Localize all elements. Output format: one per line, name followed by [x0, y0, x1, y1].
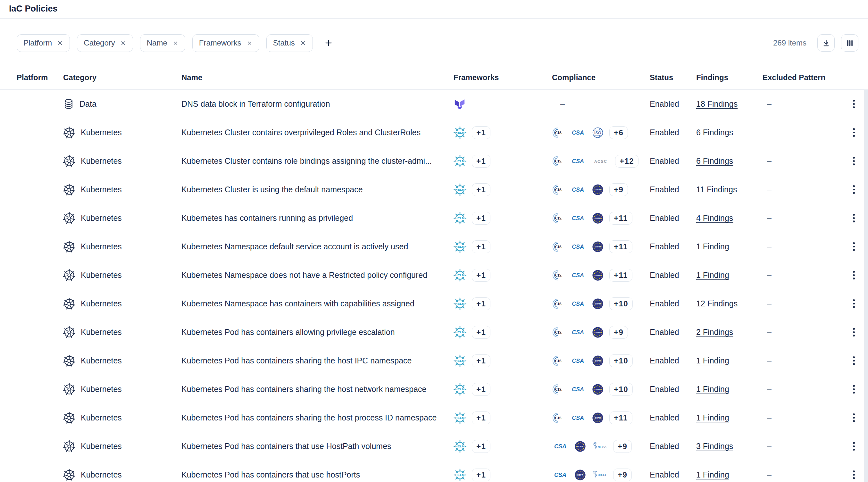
findings-link[interactable]: 6 Findings [696, 156, 733, 165]
add-filter-button[interactable] [322, 36, 335, 50]
columns-button[interactable] [841, 34, 858, 52]
compliance-cell: CIS.CSA★★★★★★★★★★★★GDPR+10 [552, 383, 650, 396]
table-row[interactable]: KubernetesKubernetes Pod has containers … [17, 432, 868, 460]
category-label: Kubernetes [81, 356, 122, 365]
svg-text:★: ★ [600, 361, 602, 363]
findings-link[interactable]: 1 Finding [696, 242, 729, 251]
csa-icon: CSA [569, 127, 586, 139]
svg-text:HELM: HELM [455, 188, 464, 191]
findings-link[interactable]: 1 Finding [696, 413, 729, 422]
kubernetes-icon [63, 241, 75, 253]
row-menu-button[interactable] [850, 126, 858, 139]
policy-name: Kubernetes Pod has containers sharing th… [181, 413, 454, 422]
row-menu-button[interactable] [850, 97, 858, 111]
table-row[interactable]: KubernetesKubernetes Pod has containers … [17, 347, 868, 375]
row-menu-button[interactable] [850, 211, 858, 225]
findings-link[interactable]: 2 Findings [696, 327, 733, 336]
findings-link[interactable]: 6 Findings [696, 128, 733, 137]
table-row[interactable]: KubernetesKubernetes Pod has containers … [17, 460, 868, 482]
findings-link[interactable]: 3 Findings [696, 442, 733, 451]
table-row[interactable]: DataDNS data block in Terraform configur… [17, 90, 868, 118]
category-label: Kubernetes [81, 270, 122, 280]
table-row[interactable]: KubernetesKubernetes Namespace default s… [17, 232, 868, 261]
row-menu-button[interactable] [850, 268, 858, 282]
remove-filter-icon[interactable] [120, 40, 126, 46]
svg-text:★: ★ [582, 449, 583, 451]
svg-text:★: ★ [595, 420, 597, 422]
findings-link[interactable]: 18 Findings [696, 99, 738, 108]
frameworks-cell: HELM+1 [454, 412, 552, 424]
row-menu-button[interactable] [850, 240, 858, 254]
compliance-more-badge: +6 [609, 126, 628, 139]
remove-filter-icon[interactable] [300, 40, 306, 46]
filter-chip-category[interactable]: Category [77, 34, 133, 52]
svg-text:★: ★ [580, 442, 581, 444]
iso-icon: ISO [592, 127, 604, 139]
table-row[interactable]: KubernetesKubernetes Pod has containers … [17, 375, 868, 404]
table-row[interactable]: KubernetesKubernetes Pod has containers … [17, 404, 868, 432]
row-menu-button[interactable] [850, 325, 858, 339]
svg-text:GDPR: GDPR [595, 188, 601, 191]
category-cell: Kubernetes [63, 155, 181, 167]
row-menu-button[interactable] [850, 411, 858, 425]
gdpr-icon: ★★★★★★★★★★★★GDPR [592, 383, 604, 395]
row-menu-button[interactable] [850, 154, 858, 168]
status-value: Enabled [650, 214, 696, 223]
svg-text:★: ★ [597, 185, 599, 187]
findings-link[interactable]: 11 Findings [696, 185, 737, 194]
kubernetes-icon [63, 326, 75, 339]
remove-filter-icon[interactable] [247, 40, 253, 46]
row-menu-button[interactable] [850, 183, 858, 196]
compliance-more-badge: +9 [613, 440, 632, 453]
filter-chip-name[interactable]: Name [140, 34, 185, 52]
frameworks-more-badge: +1 [472, 440, 490, 453]
row-menu-button[interactable] [850, 354, 858, 367]
findings-link[interactable]: 4 Findings [696, 214, 733, 222]
row-menu-button[interactable] [850, 439, 858, 453]
row-menu-button[interactable] [850, 468, 858, 482]
filter-chip-frameworks[interactable]: Frameworks [192, 34, 259, 52]
frameworks-cell: HELM+1 [454, 440, 552, 453]
row-menu-button[interactable] [850, 382, 858, 396]
filter-chip-status[interactable]: Status [266, 34, 313, 52]
cis-icon: CIS. [552, 326, 564, 339]
svg-text:HELM: HELM [455, 387, 464, 391]
filter-chip-platform[interactable]: Platform [17, 34, 70, 52]
table-row[interactable]: KubernetesKubernetes has containers runn… [17, 204, 868, 232]
svg-text:★: ★ [576, 476, 578, 478]
category-cell: Kubernetes [63, 469, 181, 481]
helm-icon: HELM [454, 297, 466, 310]
svg-text:CSA: CSA [572, 329, 584, 335]
table-row[interactable]: KubernetesKubernetes Namespace has conta… [17, 289, 868, 318]
hipaa-icon: HIPAA [592, 469, 608, 481]
excluded-pattern-value: – [767, 185, 772, 194]
remove-filter-icon[interactable] [173, 40, 179, 46]
svg-text:GDPR: GDPR [595, 217, 601, 219]
findings-link[interactable]: 1 Finding [696, 270, 729, 280]
svg-text:GDPR: GDPR [577, 474, 583, 476]
scrollbar[interactable] [864, 90, 868, 482]
row-menu-button[interactable] [850, 297, 858, 311]
findings-link[interactable]: 12 Findings [696, 299, 738, 308]
findings-link[interactable]: 1 Finding [696, 470, 729, 479]
findings-link[interactable]: 1 Finding [696, 385, 729, 393]
remove-filter-icon[interactable] [57, 40, 63, 46]
table-row[interactable]: KubernetesKubernetes Cluster contains ov… [17, 118, 868, 147]
columns-icon [846, 39, 854, 47]
table-row[interactable]: KubernetesKubernetes Namespace does not … [17, 261, 868, 289]
kubernetes-icon [63, 184, 75, 196]
table-row[interactable]: KubernetesKubernetes Cluster is using th… [17, 175, 868, 204]
category-cell: Data [63, 98, 181, 110]
frameworks-more-badge: +1 [472, 326, 490, 339]
cis-icon: CIS. [552, 298, 564, 310]
table-row[interactable]: KubernetesKubernetes Pod has containers … [17, 318, 868, 347]
svg-text:★: ★ [597, 327, 599, 329]
kubernetes-icon [63, 155, 75, 167]
excluded-pattern-value: – [767, 442, 772, 451]
download-button[interactable] [817, 34, 835, 52]
column-header-platform: Platform [17, 73, 63, 82]
findings-link[interactable]: 1 Finding [696, 356, 729, 365]
category-label: Kubernetes [81, 327, 122, 337]
table-row[interactable]: KubernetesKubernetes Cluster contains ro… [17, 147, 868, 175]
svg-text:★: ★ [595, 278, 597, 280]
